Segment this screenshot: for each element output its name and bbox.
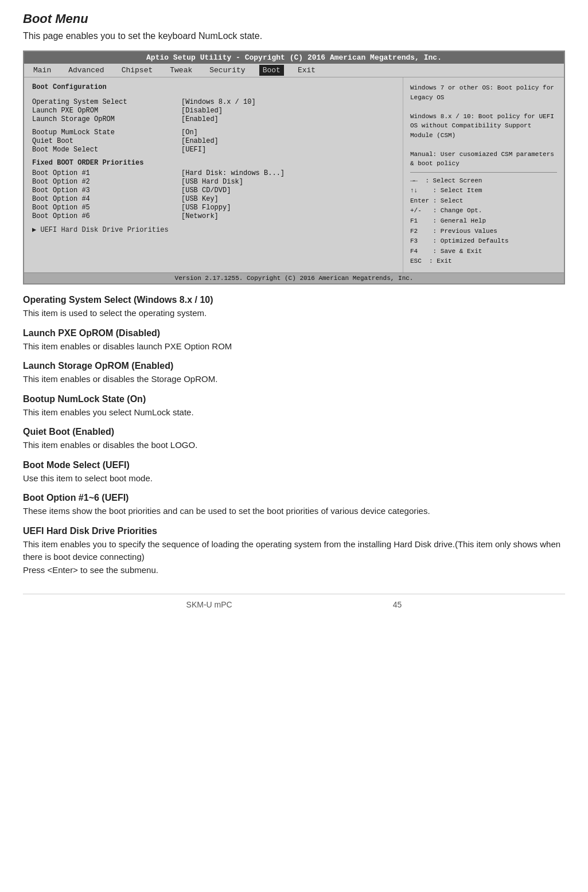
bios-label-boot-mode: Boot Mode Select [32, 146, 181, 154]
bios-value-pxe: [Disabled] [181, 107, 223, 115]
bios-row-os-select[interactable]: Operating System Select [Windows 8.x / 1… [32, 98, 395, 106]
bios-label-quiet-boot: Quiet Boot [32, 137, 181, 145]
bios-value-boot2: [USB Hard Disk] [181, 178, 243, 186]
page-title: Boot Menu [23, 11, 565, 26]
bios-menu-chipset[interactable]: Chipset [118, 65, 157, 76]
bios-menu-main[interactable]: Main [30, 65, 54, 76]
bios-label-pxe: Launch PXE OpROM [32, 107, 181, 115]
bios-row-boot3[interactable]: Boot Option #3 [USB CD/DVD] [32, 186, 395, 194]
doc-body-2: This item enables or disables the Storag… [23, 373, 565, 386]
page-footer: SKM-U mPC 45 [23, 594, 565, 609]
bios-key-f4: F4 : Save & Exit [410, 247, 557, 257]
bios-label-boot3: Boot Option #3 [32, 186, 181, 194]
doc-title-6: Boot Option #1~6 (UEFI) [23, 493, 565, 503]
bios-value-boot4: [USB Key] [181, 195, 219, 203]
bios-value-boot1: [Hard Disk: windows B...] [181, 169, 285, 177]
bios-menu-exit[interactable]: Exit [294, 65, 319, 76]
bios-value-boot-mode: [UEFI] [181, 146, 206, 154]
doc-title-7: UEFI Hard Disk Drive Priorities [23, 526, 565, 536]
doc-title-0: Operating System Select (Windows 8.x / 1… [23, 295, 565, 305]
bios-left-panel: Boot Configuration Operating System Sele… [24, 77, 403, 272]
bios-row-boot6[interactable]: Boot Option #6 [Network] [32, 212, 395, 220]
bios-label-boot4: Boot Option #4 [32, 195, 181, 203]
doc-section-5: Boot Mode Select (UEFI) Use this item to… [23, 460, 565, 485]
bios-menu-bar: Main Advanced Chipset Tweak Security Boo… [24, 64, 564, 77]
doc-body-1: This item enables or disables launch PXE… [23, 340, 565, 353]
bios-menu-boot[interactable]: Boot [259, 65, 284, 76]
footer-brand: SKM-U mPC [186, 600, 232, 609]
bios-label-boot2: Boot Option #2 [32, 178, 181, 186]
bios-key-screen: →← : Select Screen [410, 176, 557, 186]
bios-value-storage-oprom: [Enabled] [181, 115, 219, 123]
bios-row-boot1[interactable]: Boot Option #1 [Hard Disk: windows B...] [32, 169, 395, 177]
bios-right-divider [410, 172, 557, 173]
bios-label-os-select: Operating System Select [32, 98, 181, 106]
doc-title-2: Launch Storage OpROM (Enabled) [23, 361, 565, 371]
bios-row-quiet-boot[interactable]: Quiet Boot [Enabled] [32, 137, 395, 145]
doc-section-2: Launch Storage OpROM (Enabled) This item… [23, 361, 565, 386]
bios-key-f3: F3 : Optimized Defaults [410, 236, 557, 247]
bios-help-text: Windows 7 or other OS: Boot policy for L… [410, 83, 557, 169]
bios-value-boot3: [USB CD/DVD] [181, 186, 231, 194]
doc-body-0: This item is used to select the operatin… [23, 307, 565, 320]
bios-row-storage-oprom[interactable]: Launch Storage OpROM [Enabled] [32, 115, 395, 123]
bios-key-f2: F2 : Previous Values [410, 227, 557, 237]
bios-value-quiet-boot: [Enabled] [181, 137, 219, 145]
bios-key-change: +/- : Change Opt. [410, 206, 557, 216]
bios-row-boot-mode[interactable]: Boot Mode Select [UEFI] [32, 146, 395, 154]
bios-value-os-select: [Windows 8.x / 10] [181, 98, 256, 106]
doc-body-5: Use this item to select boot mode. [23, 472, 565, 485]
bios-label-boot6: Boot Option #6 [32, 212, 181, 220]
bios-section-boot-config: Boot Configuration [32, 83, 395, 91]
bios-key-item: ↑↓ : Select Item [410, 186, 557, 196]
bios-label-boot5: Boot Option #5 [32, 204, 181, 212]
bios-right-panel: Windows 7 or other OS: Boot policy for L… [403, 77, 564, 272]
bios-row-pxe[interactable]: Launch PXE OpROM [Disabled] [32, 107, 395, 115]
doc-section-0: Operating System Select (Windows 8.x / 1… [23, 295, 565, 320]
bios-footer: Version 2.17.1255. Copyright (C) 2016 Am… [24, 272, 564, 283]
bios-value-boot6: [Network] [181, 212, 219, 220]
doc-body-6: These items show the boot priorities and… [23, 505, 565, 518]
bios-label-boot1: Boot Option #1 [32, 169, 181, 177]
bios-label-storage-oprom: Launch Storage OpROM [32, 115, 181, 123]
bios-menu-tweak[interactable]: Tweak [166, 65, 196, 76]
bios-value-boot5: [USB Floppy] [181, 204, 231, 212]
bios-section-boot-order: Fixed BOOT ORDER Priorities [32, 159, 395, 167]
bios-row-boot5[interactable]: Boot Option #5 [USB Floppy] [32, 204, 395, 212]
bios-label-numlock: Bootup MumLock State [32, 128, 181, 137]
doc-title-4: Quiet Boot (Enabled) [23, 427, 565, 437]
footer-page-number: 45 [393, 600, 402, 609]
page-subtitle: This page enables you to set the keyboar… [23, 31, 565, 41]
bios-row-boot2[interactable]: Boot Option #2 [USB Hard Disk] [32, 178, 395, 186]
doc-section-3: Bootup NumLock State (On) This item enab… [23, 394, 565, 419]
bios-key-f1: F1 : General Help [410, 216, 557, 227]
bios-title-bar: Aptio Setup Utility - Copyright (C) 2016… [24, 52, 564, 64]
bios-key-enter: Enter : Select [410, 196, 557, 207]
doc-section-7: UEFI Hard Disk Drive Priorities This ite… [23, 526, 565, 577]
doc-body-4: This item enables or disables the boot L… [23, 439, 565, 452]
bios-key-legend: →← : Select Screen ↑↓ : Select Item Ente… [410, 176, 557, 267]
bios-body: Boot Configuration Operating System Sele… [24, 77, 564, 272]
doc-body-3: This item enables you select NumLock sta… [23, 406, 565, 419]
doc-title-3: Bootup NumLock State (On) [23, 394, 565, 404]
doc-title-1: Launch PXE OpROM (Disabled) [23, 328, 565, 338]
doc-section-4: Quiet Boot (Enabled) This item enables o… [23, 427, 565, 452]
doc-body-7: This item enables you to specify the seq… [23, 538, 565, 577]
bios-ui: Aptio Setup Utility - Copyright (C) 2016… [23, 50, 565, 285]
bios-value-numlock: [On] [181, 128, 198, 137]
doc-section-6: Boot Option #1~6 (UEFI) These items show… [23, 493, 565, 518]
doc-title-5: Boot Mode Select (UEFI) [23, 460, 565, 470]
doc-section-1: Launch PXE OpROM (Disabled) This item en… [23, 328, 565, 353]
bios-menu-security[interactable]: Security [206, 65, 248, 76]
bios-row-boot4[interactable]: Boot Option #4 [USB Key] [32, 195, 395, 203]
bios-menu-advanced[interactable]: Advanced [65, 65, 107, 76]
bios-submenu-uefi-hdd[interactable]: ▶ UEFI Hard Disk Drive Priorities [32, 225, 395, 234]
bios-key-esc: ESC : Exit [410, 256, 557, 267]
bios-row-numlock[interactable]: Bootup MumLock State [On] [32, 128, 395, 137]
